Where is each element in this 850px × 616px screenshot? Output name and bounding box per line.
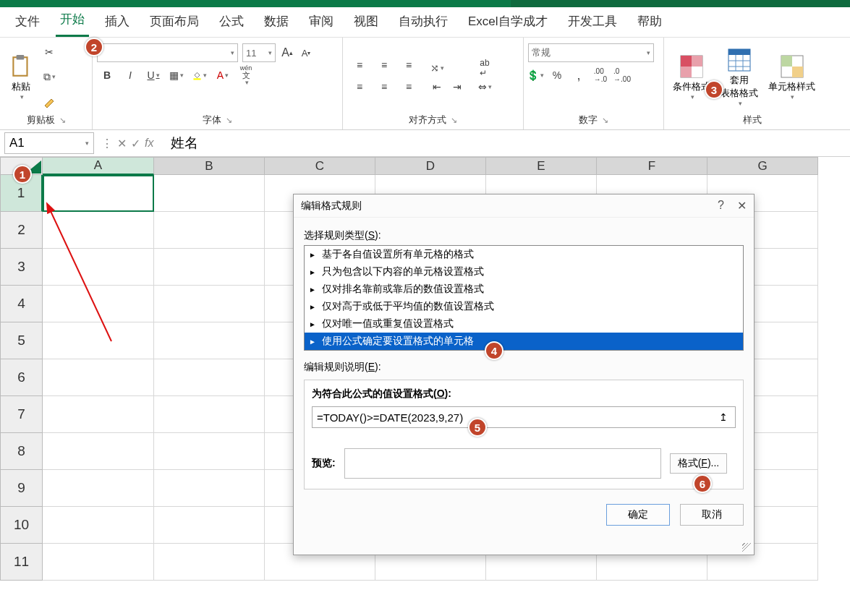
dialog-launcher-icon[interactable]: ↘ bbox=[226, 116, 232, 125]
tab-formulas[interactable]: 公式 bbox=[215, 9, 248, 37]
tab-view[interactable]: 视图 bbox=[349, 9, 383, 37]
cell[interactable] bbox=[154, 433, 265, 470]
dialog-launcher-icon[interactable]: ↘ bbox=[451, 116, 457, 125]
cell[interactable] bbox=[154, 286, 265, 322]
borders-icon[interactable]: ▦▾ bbox=[169, 68, 184, 82]
col-header-G[interactable]: G bbox=[707, 157, 818, 175]
cell[interactable] bbox=[154, 544, 265, 581]
rule-item[interactable]: 基于各自值设置所有单元格的格式 bbox=[305, 246, 743, 263]
tab-review[interactable]: 审阅 bbox=[305, 9, 338, 37]
copy-icon[interactable]: ⧉▾ bbox=[42, 69, 56, 84]
row-header-4[interactable]: 4 bbox=[0, 286, 43, 322]
tab-home[interactable]: 开始 bbox=[56, 7, 89, 37]
cell[interactable] bbox=[43, 322, 154, 359]
formula-content[interactable]: 姓名 bbox=[161, 134, 198, 153]
row-header-10[interactable]: 10 bbox=[0, 507, 43, 544]
cell-styles-button[interactable]: 单元格样式▾ bbox=[764, 40, 820, 114]
decrease-indent-icon[interactable]: ⇤ bbox=[430, 80, 444, 94]
tab-developer[interactable]: 开发工具 bbox=[564, 9, 621, 37]
ok-button[interactable]: 确定 bbox=[606, 504, 670, 526]
rule-item[interactable]: 只为包含以下内容的单元格设置格式 bbox=[305, 263, 743, 281]
wrap-text-icon[interactable]: ab↵ bbox=[477, 61, 492, 75]
decrease-font-icon[interactable]: A▾ bbox=[299, 46, 313, 60]
tab-pagelayout[interactable]: 页面布局 bbox=[145, 9, 203, 37]
row-header-3[interactable]: 3 bbox=[0, 249, 43, 286]
rule-item-selected[interactable]: 使用公式确定要设置格式的单元格 bbox=[305, 333, 743, 350]
align-middle-icon[interactable]: ≡ bbox=[376, 57, 392, 73]
format-painter-icon[interactable] bbox=[42, 95, 56, 109]
row-header-9[interactable]: 9 bbox=[0, 470, 43, 507]
rule-type-list[interactable]: 基于各自值设置所有单元格的格式 只为包含以下内容的单元格设置格式 仅对排名靠前或… bbox=[304, 245, 744, 351]
percent-icon[interactable]: % bbox=[550, 68, 564, 82]
help-icon[interactable]: ? bbox=[718, 199, 724, 213]
col-header-D[interactable]: D bbox=[375, 157, 486, 175]
formula-input[interactable]: =TODAY()>=DATE(2023,9,27) ↥ bbox=[312, 406, 736, 428]
cell[interactable] bbox=[43, 212, 154, 249]
accept-formula-icon[interactable]: ✓ bbox=[131, 137, 140, 150]
number-format-combo[interactable]: 常规▾ bbox=[528, 43, 654, 62]
cell[interactable] bbox=[154, 175, 265, 212]
cell[interactable] bbox=[154, 322, 265, 359]
tab-data[interactable]: 数据 bbox=[260, 9, 293, 37]
increase-decimal-icon[interactable]: .00→.0 bbox=[593, 68, 608, 82]
tab-file[interactable]: 文件 bbox=[11, 9, 44, 37]
row-header-11[interactable]: 11 bbox=[0, 544, 43, 581]
row-header-2[interactable]: 2 bbox=[0, 212, 43, 249]
tab-custom[interactable]: Excel自学成才 bbox=[464, 9, 552, 37]
tab-help[interactable]: 帮助 bbox=[633, 9, 666, 37]
resize-grip-icon[interactable] bbox=[742, 543, 751, 552]
align-center-icon[interactable]: ≡ bbox=[376, 79, 392, 95]
cell[interactable] bbox=[43, 433, 154, 470]
rule-item[interactable]: 仅对高于或低于平均值的数值设置格式 bbox=[305, 298, 743, 315]
cell[interactable] bbox=[43, 359, 154, 396]
range-selector-icon[interactable]: ↥ bbox=[716, 411, 731, 423]
cell[interactable] bbox=[43, 286, 154, 322]
increase-indent-icon[interactable]: ⇥ bbox=[450, 80, 464, 94]
cancel-button[interactable]: 取消 bbox=[680, 504, 744, 526]
cell[interactable] bbox=[154, 507, 265, 544]
rule-item[interactable]: 仅对排名靠前或靠后的数值设置格式 bbox=[305, 281, 743, 298]
italic-icon[interactable]: I bbox=[123, 68, 137, 82]
currency-icon[interactable]: 💲▾ bbox=[528, 68, 543, 82]
cell[interactable] bbox=[154, 249, 265, 286]
rule-item[interactable]: 仅对唯一值或重复值设置格式 bbox=[305, 315, 743, 333]
conditional-formatting-button[interactable]: 条件格式▾ bbox=[668, 40, 715, 114]
cell-A1[interactable] bbox=[43, 175, 154, 212]
cell[interactable] bbox=[154, 212, 265, 249]
tab-automate[interactable]: 自动执行 bbox=[394, 9, 452, 37]
col-header-B[interactable]: B bbox=[154, 157, 265, 175]
col-header-C[interactable]: C bbox=[265, 157, 375, 175]
align-right-icon[interactable]: ≡ bbox=[401, 79, 417, 95]
col-header-E[interactable]: E bbox=[486, 157, 597, 175]
cell[interactable] bbox=[154, 359, 265, 396]
cell[interactable] bbox=[43, 396, 154, 433]
name-box[interactable]: A1▾ bbox=[4, 132, 94, 154]
dialog-launcher-icon[interactable]: ↘ bbox=[59, 116, 66, 125]
merge-icon[interactable]: ⇔▾ bbox=[477, 80, 492, 94]
split-handle-icon[interactable]: ⋮ bbox=[101, 137, 113, 150]
fill-color-icon[interactable]: ▾ bbox=[192, 68, 207, 82]
comma-icon[interactable]: , bbox=[571, 68, 586, 82]
cancel-formula-icon[interactable]: ✕ bbox=[117, 137, 127, 150]
cell[interactable] bbox=[43, 544, 154, 581]
tab-insert[interactable]: 插入 bbox=[101, 9, 134, 37]
align-left-icon[interactable]: ≡ bbox=[352, 79, 367, 95]
row-header-8[interactable]: 8 bbox=[0, 433, 43, 470]
increase-font-icon[interactable]: A▴ bbox=[280, 46, 294, 60]
paste-button[interactable]: 粘贴 ▾ bbox=[4, 40, 38, 114]
cell[interactable] bbox=[154, 470, 265, 507]
cut-icon[interactable]: ✂ bbox=[42, 45, 56, 59]
fx-icon[interactable]: fx bbox=[145, 137, 153, 150]
align-bottom-icon[interactable]: ≡ bbox=[401, 57, 417, 73]
cell[interactable] bbox=[43, 507, 154, 544]
row-header-6[interactable]: 6 bbox=[0, 359, 43, 396]
decrease-decimal-icon[interactable]: .0→.00 bbox=[615, 68, 629, 82]
font-color-icon[interactable]: A▾ bbox=[216, 68, 230, 82]
align-top-icon[interactable]: ≡ bbox=[352, 57, 367, 73]
font-name-combo[interactable]: ▾ bbox=[97, 43, 238, 62]
orientation-icon[interactable]: ⤭▾ bbox=[430, 61, 444, 75]
row-header-7[interactable]: 7 bbox=[0, 396, 43, 433]
cell[interactable] bbox=[43, 470, 154, 507]
cell[interactable] bbox=[154, 396, 265, 433]
row-header-5[interactable]: 5 bbox=[0, 322, 43, 359]
